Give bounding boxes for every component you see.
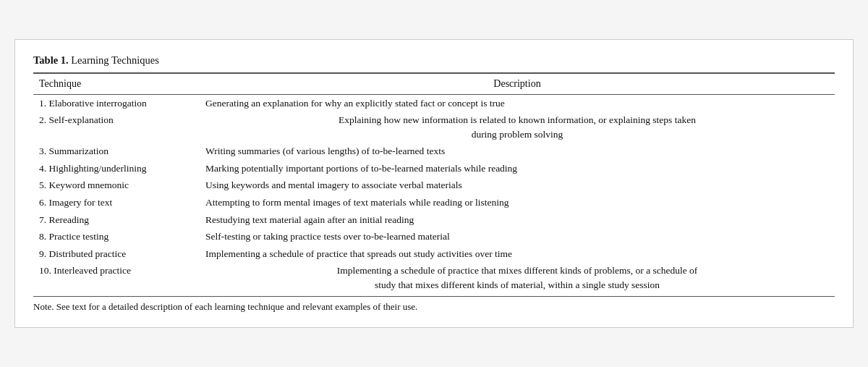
technique-cell: 5. Keyword mnemonic xyxy=(33,177,200,194)
technique-header: Technique xyxy=(33,73,200,95)
table-row: 10. Interleaved practiceImplementing a s… xyxy=(33,262,835,293)
description-cell: Restudying text material again after an … xyxy=(200,211,835,229)
table-container: Table 1. Learning Techniques Technique D… xyxy=(14,39,854,329)
description-cell: Using keywords and mental imagery to ass… xyxy=(200,177,835,194)
description-cell: Implementing a schedule of practice that… xyxy=(200,262,835,293)
table-title-bold: Table 1. xyxy=(33,54,69,66)
technique-cell: 9. Distributed practice xyxy=(33,245,200,263)
description-header: Description xyxy=(200,73,835,95)
technique-cell: 4. Highlighting/underlining xyxy=(33,160,200,177)
table-row: 1. Elaborative interrogationGenerating a… xyxy=(33,94,835,111)
bottom-divider xyxy=(33,296,835,297)
description-cell: Attempting to form mental images of text… xyxy=(200,194,835,211)
table-row: 9. Distributed practiceImplementing a sc… xyxy=(33,245,835,263)
table-row: 8. Practice testingSelf-testing or takin… xyxy=(33,228,835,245)
description-cell: Explaining how new information is relate… xyxy=(200,111,835,143)
table-title: Table 1. Learning Techniques xyxy=(33,54,835,67)
table-row: 5. Keyword mnemonicUsing keywords and me… xyxy=(33,177,835,194)
description-cell: Writing summaries (of various lengths) o… xyxy=(200,143,835,160)
technique-cell: 2. Self-explanation xyxy=(33,111,200,143)
technique-cell: 10. Interleaved practice xyxy=(33,262,200,293)
technique-cell: 7. Rereading xyxy=(33,211,200,229)
description-cell: Marking potentially important portions o… xyxy=(200,160,835,177)
description-cell: Implementing a schedule of practice that… xyxy=(200,245,835,263)
table-row: 4. Highlighting/underliningMarking poten… xyxy=(33,160,835,177)
table-row: 7. RereadingRestudying text material aga… xyxy=(33,211,835,229)
technique-cell: 6. Imagery for text xyxy=(33,194,200,211)
technique-cell: 3. Summarization xyxy=(33,143,200,160)
table-title-text: Learning Techniques xyxy=(69,54,159,66)
learning-techniques-table: Technique Description 1. Elaborative int… xyxy=(33,72,835,294)
table-row: 2. Self-explanationExplaining how new in… xyxy=(33,111,835,143)
table-header-row: Technique Description xyxy=(33,73,835,95)
table-body: 1. Elaborative interrogationGenerating a… xyxy=(33,94,835,293)
table-row: 6. Imagery for textAttempting to form me… xyxy=(33,194,835,211)
technique-cell: 1. Elaborative interrogation xyxy=(33,94,200,111)
description-cell: Generating an explanation for why an exp… xyxy=(200,94,835,111)
table-row: 3. SummarizationWriting summaries (of va… xyxy=(33,143,835,160)
description-cell: Self-testing or taking practice tests ov… xyxy=(200,228,835,245)
table-note: Note. See text for a detailed descriptio… xyxy=(33,301,835,313)
technique-cell: 8. Practice testing xyxy=(33,228,200,245)
